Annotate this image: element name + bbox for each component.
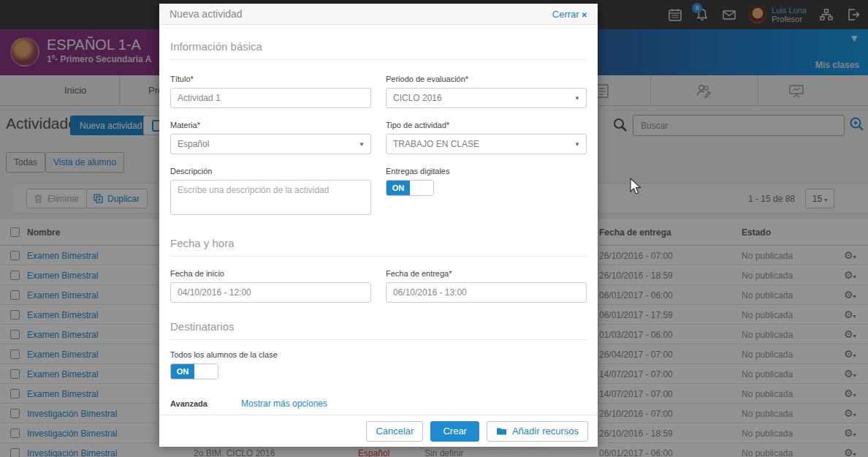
descripcion-label: Descripción bbox=[170, 167, 371, 175]
periodo-select[interactable]: CICLO 2016▼ bbox=[386, 88, 587, 108]
close-icon: ✕ bbox=[582, 11, 587, 19]
tipo-actividad-label: Tipo de actividad* bbox=[386, 121, 587, 129]
section-destinatarios: Destinatarios bbox=[170, 320, 587, 340]
section-informacion-basica: Información básica bbox=[170, 40, 587, 60]
section-fecha-y-hora: Fecha y hora bbox=[170, 237, 587, 257]
todos-alumnos-toggle[interactable]: ON bbox=[170, 363, 218, 379]
folder-icon bbox=[496, 426, 507, 436]
todos-alumnos-label: Todos los alumnos de la clase bbox=[170, 350, 587, 359]
modal-header: Nueva actividad Cerrar✕ bbox=[159, 4, 598, 25]
periodo-label: Periodo de evaluación* bbox=[386, 75, 587, 83]
crear-button[interactable]: Crear bbox=[430, 421, 479, 442]
entregas-digitales-toggle[interactable]: ON bbox=[386, 180, 434, 196]
tipo-actividad-select[interactable]: TRABAJO EN CLASE▼ bbox=[386, 134, 587, 154]
titulo-label: Título* bbox=[170, 75, 371, 83]
modal-footer: Cancelar Crear Añadir recursos bbox=[159, 415, 598, 447]
chevron-down-icon: ▼ bbox=[359, 141, 365, 148]
fecha-entrega-label: Fecha de entrega* bbox=[386, 269, 587, 278]
close-button[interactable]: Cerrar✕ bbox=[552, 9, 587, 20]
materia-select[interactable]: Español▼ bbox=[170, 134, 371, 154]
fecha-entrega-input[interactable] bbox=[386, 282, 587, 303]
avanzada-label: Avanzada bbox=[170, 399, 241, 408]
anadir-recursos-button[interactable]: Añadir recursos bbox=[487, 421, 588, 442]
cancelar-button[interactable]: Cancelar bbox=[366, 421, 423, 442]
fecha-inicio-input[interactable] bbox=[170, 282, 371, 303]
materia-label: Materia* bbox=[170, 121, 371, 129]
entregas-digitales-label: Entregas digitales bbox=[386, 167, 587, 175]
descripcion-textarea[interactable] bbox=[170, 180, 371, 215]
fecha-inicio-label: Fecha de inicio bbox=[170, 269, 371, 278]
chevron-down-icon: ▼ bbox=[574, 141, 580, 148]
chevron-down-icon: ▼ bbox=[574, 95, 580, 102]
titulo-input[interactable] bbox=[170, 88, 371, 108]
new-activity-modal: Nueva actividad Cerrar✕ Información bási… bbox=[159, 4, 598, 447]
mostrar-mas-opciones-link[interactable]: Mostrar más opciones bbox=[241, 399, 327, 409]
modal-title: Nueva actividad bbox=[170, 8, 243, 20]
